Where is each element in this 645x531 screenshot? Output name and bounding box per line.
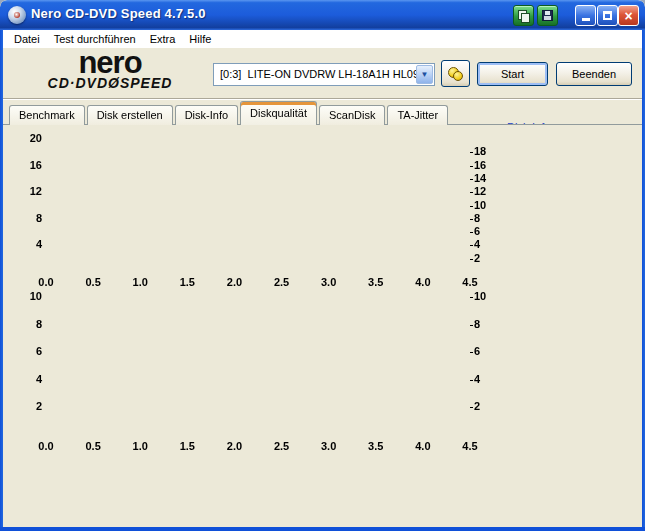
axis-tick-label: 2 [474,252,498,264]
axis-tick-label: 0.5 [78,276,108,288]
axis-tick-label: 3.0 [314,440,344,452]
tab-diskqualitaet[interactable]: Diskqualität [240,101,317,125]
axis-tick-label: 6 [2,345,42,357]
axis-tick-label: 1.5 [172,276,202,288]
logo-speed-text: SPEED [120,75,172,91]
quit-button[interactable]: Beenden [556,62,632,86]
axis-tick-label: 14 [474,172,498,184]
close-icon: × [624,9,632,23]
axis-tick-label: 16 [474,159,498,171]
axis-tick-label: 0.5 [78,440,108,452]
titlebar: Nero CD-DVD Speed 4.7.5.0 × [0,0,645,30]
tab-disk-erstellen[interactable]: Disk erstellen [87,105,173,125]
copy-icon [518,10,529,21]
logo-cd-dvd-text: CD·DVD [48,75,108,91]
axis-tick-label: 3.5 [361,276,391,288]
axis-tick-label: 8 [2,318,42,330]
axis-tick-label: 4 [474,373,498,385]
tab-bar: Benchmark Disk erstellen Disk-Info Diskq… [9,101,450,125]
axis-tick-label: 16 [2,159,42,171]
axis-tick-label: 8 [2,212,42,224]
axis-tick-label: 4.0 [408,440,438,452]
axis-tick-label: 8 [474,318,498,330]
axis-tick-label: 2 [474,400,498,412]
tab-disk-info[interactable]: Disk-Info [175,105,238,125]
header-divider [3,98,642,100]
axis-tick-label: 8 [474,212,498,224]
menu-hilfe[interactable]: Hilfe [182,31,218,47]
maximize-button[interactable] [597,5,618,26]
gears-icon [448,67,463,80]
minimize-icon [582,18,590,21]
axis-tick-label: 2.0 [219,440,249,452]
axis-tick-label: 2.5 [267,440,297,452]
drive-select-value: [0:3] LITE-ON DVDRW LH-18A1H HL09 [220,68,419,80]
axis-tick-label: 4.5 [455,276,485,288]
chevron-down-icon[interactable]: ▼ [416,65,433,84]
axis-tick-label: 10 [2,290,42,302]
menu-datei[interactable]: Datei [7,31,47,47]
disc-glyph-icon: Ø [108,75,120,91]
axis-tick-label: 1.5 [172,440,202,452]
save-results-button[interactable] [537,5,558,26]
start-button[interactable]: Start [477,62,548,86]
axis-tick-label: 18 [474,145,498,157]
drive-options-button[interactable] [441,60,470,87]
axis-tick-label: 4 [2,238,42,250]
window-border-bottom [0,527,645,531]
drive-select[interactable]: [0:3] LITE-ON DVDRW LH-18A1H HL09 ▼ [213,63,435,86]
app-disc-icon [8,6,26,24]
axis-tick-label: 4 [2,373,42,385]
nero-logo-tagline: CD·DVDØSPEED [15,76,205,90]
floppy-save-icon [542,10,553,21]
axis-tick-label: 6 [474,225,498,237]
close-button[interactable]: × [618,5,639,26]
axis-tick-label: 4.5 [455,440,485,452]
nero-logo: nero CD·DVDØSPEED [15,49,205,90]
axis-tick-label: 1.0 [125,440,155,452]
axis-tick-label: 10 [474,290,498,302]
axis-tick-label: 2 [2,400,42,412]
axis-tick-label: 0.0 [31,276,61,288]
tab-benchmark[interactable]: Benchmark [9,105,85,125]
nero-logo-wordmark: nero [15,49,205,76]
axis-tick-label: 2.5 [267,276,297,288]
maximize-icon [603,11,612,20]
axis-tick-label: 10 [474,199,498,211]
axis-tick-label: 0.0 [31,440,61,452]
minimize-button[interactable] [575,5,596,26]
axis-tick-label: 6 [474,345,498,357]
axis-tick-label: 4.0 [408,276,438,288]
axis-tick-label: 12 [474,185,498,197]
window-title: Nero CD-DVD Speed 4.7.5.0 [31,6,206,21]
tab-scandisk[interactable]: ScanDisk [319,105,385,125]
axis-tick-label: 4 [474,238,498,250]
axis-tick-label: 3.0 [314,276,344,288]
window-border-left [0,30,3,531]
copy-to-clipboard-button[interactable] [513,5,534,26]
axis-tick-label: 3.5 [361,440,391,452]
tab-ta-jitter[interactable]: TA-Jitter [387,105,448,125]
axis-tick-label: 2.0 [219,276,249,288]
menu-extra[interactable]: Extra [143,31,183,47]
axis-tick-label: 12 [2,185,42,197]
axis-tick-label: 20 [2,132,42,144]
axis-tick-label: 1.0 [125,276,155,288]
tab-page [3,124,642,527]
app-window: Nero CD-DVD Speed 4.7.5.0 × Datei Test d… [0,0,645,531]
